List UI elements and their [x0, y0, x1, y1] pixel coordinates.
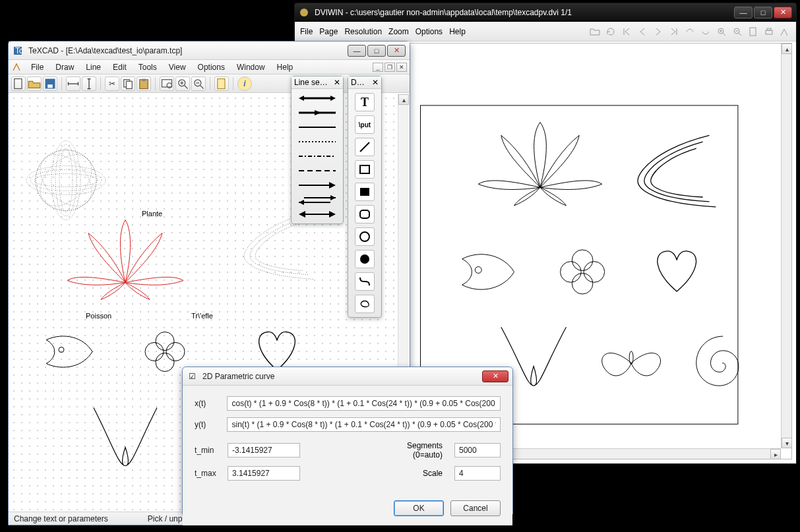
tool-circle[interactable]: [355, 227, 375, 246]
tool-filled-rectangle[interactable]: [355, 183, 375, 201]
dviwin-title: DVIWIN - c:\users\gautier non-admin\appd…: [312, 8, 734, 17]
zoom-in-tool-icon[interactable]: [175, 76, 190, 91]
first-page-icon[interactable]: [621, 26, 632, 38]
refresh-icon[interactable]: [605, 26, 617, 38]
dialog-titlebar[interactable]: ☑ 2D Parametric curve ✕: [183, 367, 512, 386]
tool-text[interactable]: T: [355, 93, 375, 111]
dim-vert-icon[interactable]: [82, 76, 96, 91]
scroll-up-icon[interactable]: ▴: [782, 44, 792, 54]
mdi-close-button[interactable]: ✕: [396, 63, 407, 72]
copy-icon[interactable]: [121, 76, 135, 91]
menu-draw[interactable]: Draw: [50, 61, 79, 73]
scale-input[interactable]: [454, 466, 501, 481]
line-style-dotted[interactable]: [294, 135, 340, 148]
svg-marker-56: [315, 110, 321, 115]
dviwin-minimize-button[interactable]: —: [734, 7, 753, 18]
dviwin-close-button[interactable]: ✕: [774, 7, 792, 18]
tool-filled-circle[interactable]: [355, 250, 375, 268]
tool-rectangle[interactable]: [355, 160, 375, 179]
dvi-menu-resolution[interactable]: Resolution: [344, 27, 382, 36]
texcad-minimize-button[interactable]: —: [348, 45, 366, 57]
line-style-arrow-mid-thick[interactable]: [294, 106, 340, 119]
dvi-menu-page[interactable]: Page: [319, 27, 338, 36]
menu-options[interactable]: Options: [193, 61, 230, 73]
palette-draw-title[interactable]: D…: [351, 78, 365, 87]
zoom-out-tool-icon[interactable]: [191, 76, 206, 91]
tool-put[interactable]: \put: [355, 115, 375, 134]
line-style-arrow-both-thick[interactable]: [294, 92, 340, 105]
save-file-icon[interactable]: [43, 76, 57, 91]
nav1-icon[interactable]: [684, 26, 696, 38]
tool-line[interactable]: [355, 138, 375, 156]
menu-line[interactable]: Line: [80, 61, 106, 73]
svg-marker-68: [299, 211, 305, 218]
dim-horiz-icon[interactable]: [66, 76, 80, 91]
scroll-down-icon[interactable]: ▾: [782, 438, 792, 448]
open-file-icon[interactable]: [27, 76, 42, 91]
paste-icon[interactable]: [137, 76, 151, 91]
texcad-close-button[interactable]: ✕: [387, 45, 406, 57]
tool-parametric[interactable]: [355, 295, 375, 313]
xt-label: x(t): [195, 399, 220, 408]
line-style-arrow-double[interactable]: [294, 208, 340, 221]
dviwin-titlebar[interactable]: DVIWIN - c:\users\gautier non-admin\appd…: [295, 3, 796, 22]
menu-file[interactable]: File: [26, 61, 49, 73]
palette-draw-close-icon[interactable]: ✕: [372, 78, 379, 87]
line-style-dashed[interactable]: [294, 164, 340, 177]
menu-tools[interactable]: Tools: [133, 61, 162, 73]
ok-button[interactable]: OK: [394, 500, 444, 516]
texcad-titlebar[interactable]: Tc TeXCAD - [E:\Ada\texcad\test_io\param…: [9, 42, 410, 60]
palette-line-title[interactable]: Line se…: [294, 78, 328, 87]
help-info-icon[interactable]: i: [237, 76, 252, 91]
open-icon[interactable]: [589, 26, 601, 38]
line-style-plain[interactable]: [294, 121, 340, 134]
menu-window[interactable]: Window: [231, 61, 270, 73]
dialog-close-button[interactable]: ✕: [482, 370, 508, 382]
segments-input[interactable]: [454, 443, 501, 458]
mdi-restore-button[interactable]: ❐: [385, 63, 395, 72]
mdi-minimize-button[interactable]: _: [373, 63, 383, 72]
new-file-icon[interactable]: [11, 76, 26, 91]
properties-icon[interactable]: [214, 76, 229, 91]
zoom-in-icon[interactable]: [716, 26, 727, 38]
yt-input[interactable]: [227, 417, 501, 432]
dvi-menu-zoom[interactable]: Zoom: [388, 27, 409, 36]
line-style-arrow-both-rl[interactable]: [294, 193, 340, 206]
next-page-icon[interactable]: [652, 26, 664, 38]
svg-marker-62: [329, 182, 336, 189]
xt-input[interactable]: [227, 396, 501, 411]
line-style-arrow-right[interactable]: [294, 179, 340, 192]
last-page-icon[interactable]: [668, 26, 680, 38]
dviwin-maximize-button[interactable]: □: [754, 7, 772, 18]
nav2-icon[interactable]: [700, 26, 712, 38]
page-icon[interactable]: [747, 26, 759, 38]
print-icon[interactable]: [763, 26, 775, 38]
dvi-menu-file[interactable]: File: [300, 27, 313, 36]
zoom-out-icon[interactable]: [731, 26, 743, 38]
svg-text:Tc: Tc: [15, 46, 23, 55]
line-style-dashdot[interactable]: [294, 150, 340, 163]
tmax-label: t_max: [195, 469, 221, 478]
prev-page-icon[interactable]: [636, 26, 648, 38]
texcad-maximize-button[interactable]: □: [367, 45, 386, 57]
menu-view[interactable]: View: [164, 61, 191, 73]
menu-help[interactable]: Help: [272, 61, 299, 73]
svg-point-45: [23, 137, 109, 223]
svg-point-43: [23, 137, 109, 223]
tool-rounded-rect[interactable]: [355, 205, 375, 223]
preview-icon[interactable]: [160, 76, 174, 91]
menu-edit[interactable]: Edit: [108, 61, 132, 73]
cut-icon[interactable]: ✂: [105, 76, 119, 91]
dvi-menu-options[interactable]: Options: [415, 27, 443, 36]
tool-bezier[interactable]: [355, 272, 375, 291]
svg-rect-36: [218, 78, 225, 88]
dvi-menu-help[interactable]: Help: [449, 27, 466, 36]
dvi-scrollbar-vertical[interactable]: ▴ ▾: [781, 44, 791, 448]
tmax-input[interactable]: [228, 466, 300, 481]
scroll-right-icon[interactable]: ▸: [770, 449, 781, 459]
palette-line-close-icon[interactable]: ✕: [334, 78, 340, 87]
misc-icon[interactable]: [779, 26, 791, 38]
scroll-up-icon[interactable]: ▴: [398, 94, 409, 105]
cancel-button[interactable]: Cancel: [450, 500, 501, 516]
tmin-input[interactable]: [228, 443, 300, 458]
